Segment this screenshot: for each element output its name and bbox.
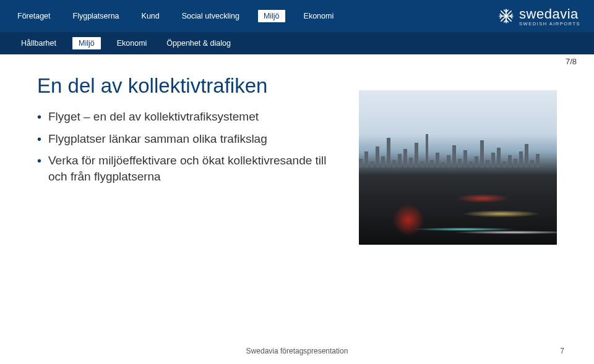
subnav-item-hallbarhet[interactable]: Hållbarhet: [17, 37, 60, 49]
nav-primary: Företaget Flygplatserna Kund Social utve…: [14, 10, 337, 22]
subbar: Hållbarhet Miljö Ekonomi Öppenhet & dial…: [0, 32, 594, 54]
bullet-list: Flyget – en del av kollektivtrafiksystem…: [37, 109, 334, 185]
logo-word: swedavia: [519, 6, 579, 22]
footer-text: Swedavia företagspresentation: [246, 347, 348, 355]
logo-text: swedavia SWEDISH AIRPORTS: [519, 6, 580, 27]
nav-item-ekonomi[interactable]: Ekonomi: [300, 10, 338, 22]
bullet-item: Flyget – en del av kollektivtrafiksystem…: [37, 109, 334, 125]
content: En del av kollektivtrafiken Flyget – en …: [0, 54, 594, 245]
hero-image: [359, 90, 557, 245]
footer: Swedavia företagspresentation 7: [0, 347, 594, 355]
logo-sub: SWEDISH AIRPORTS: [519, 21, 580, 27]
nav-item-foretaget[interactable]: Företaget: [14, 10, 54, 22]
brand-logo: swedavia SWEDISH AIRPORTS: [498, 6, 580, 27]
text-column: En del av kollektivtrafiken Flyget – en …: [37, 68, 334, 245]
nav-item-kund[interactable]: Kund: [138, 10, 163, 22]
nav-item-miljo[interactable]: Miljö: [258, 10, 285, 22]
nav-item-social-utveckling[interactable]: Social utveckling: [178, 10, 243, 22]
snowflake-icon: [498, 8, 514, 24]
subnav-item-oppenhet-dialog[interactable]: Öppenhet & dialog: [163, 37, 235, 49]
bullet-item: Flygplatser länkar samman olika trafiksl…: [37, 131, 334, 147]
skyline-decoration: [359, 133, 557, 167]
subnav-item-ekonomi[interactable]: Ekonomi: [113, 37, 151, 49]
bullet-item: Verka för miljöeffektivare och ökat koll…: [37, 153, 334, 184]
topbar: Företaget Flygplatserna Kund Social utve…: [0, 0, 594, 32]
slide: Företaget Flygplatserna Kund Social utve…: [0, 0, 594, 364]
subnav-item-miljo[interactable]: Miljö: [72, 37, 101, 49]
page-title: En del av kollektivtrafiken: [37, 74, 334, 98]
page-counter: 7/8: [566, 57, 577, 66]
nav-item-flygplatserna[interactable]: Flygplatserna: [69, 10, 123, 22]
footer-page-number: 7: [560, 347, 564, 355]
